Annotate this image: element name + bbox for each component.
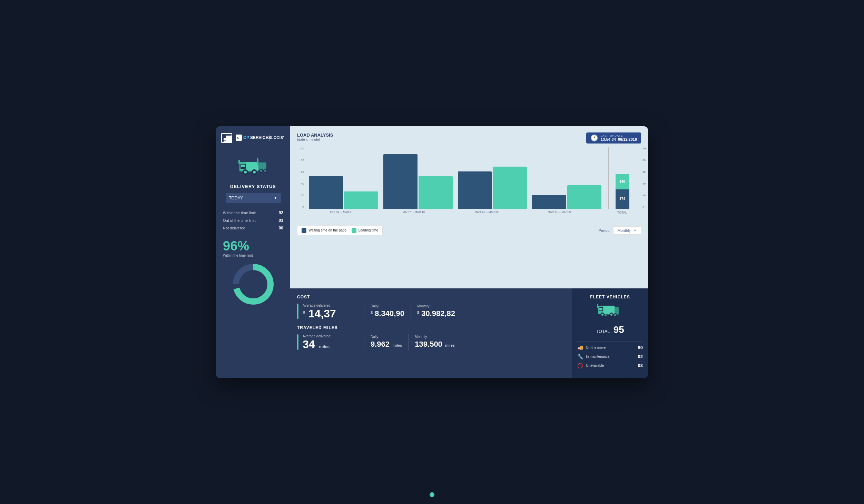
- cost-metric-row: Average delivered: $ 14,37 Daily: $ 8.: [297, 304, 565, 319]
- main-content: LOAD ANALYSIS (date x minute) 🕐 LAST UPD…: [290, 126, 648, 378]
- chart-area: 100 80 60 40 20 0: [297, 147, 641, 223]
- stat-value-within: 92: [279, 210, 283, 215]
- bar-teal-1: [344, 191, 378, 209]
- x-axis-labels: FEB 31 ... MAR 6 MAR 7 ... MAR 13 MAR 14…: [297, 209, 603, 214]
- stat-row-within: Within the time limit 92: [221, 209, 285, 217]
- miles-divider-2: [408, 334, 409, 350]
- stat-label-out: Out of the time limit: [223, 218, 256, 223]
- total-label: TOTAL: [617, 211, 627, 214]
- cost-divider-2: [411, 304, 411, 319]
- stat-label-not-delivered: Not delivered: [223, 226, 245, 230]
- miles-monthly: Monthly: 139.500 miles: [415, 334, 455, 350]
- svg-text:SERVICES: SERVICES: [250, 135, 271, 140]
- x-label-1: FEB 31 ... MAR 6: [307, 210, 375, 214]
- svg-text:r.: r.: [237, 136, 239, 140]
- la-title-group: LOAD ANALYSIS (date x minute): [297, 132, 333, 141]
- legend-label-teal: Loading time: [359, 228, 378, 232]
- la-title: LOAD ANALYSIS: [297, 132, 333, 138]
- miles-monthly-value: 139.500 miles: [415, 340, 455, 349]
- miles-metric-row: Average delivered: 34 miles Daily: 9.962: [297, 334, 565, 350]
- miles-avg-value: 34 miles: [303, 339, 358, 350]
- logo-icon: □: [221, 133, 232, 143]
- bar-group-4: [532, 185, 601, 209]
- miles-title: TRAVELED MILES: [297, 325, 565, 330]
- x-label-4: MAR 21 ... MAR 27: [526, 210, 594, 214]
- ban-icon: 🚫: [577, 363, 583, 368]
- miles-monthly-label: Monthly:: [415, 335, 455, 339]
- cost-divider-1: [364, 304, 364, 319]
- fleet-total-label: TOTAL: [596, 329, 610, 334]
- legend-box-dark: [302, 228, 306, 233]
- total-bar-area: 100 80 60 40 20 0 140: [608, 147, 636, 209]
- svg-point-18: [253, 171, 256, 174]
- fleet-move-label: On the move: [586, 346, 606, 349]
- fleet-move-value: 90: [638, 345, 643, 350]
- bottom-indicator-dot: [430, 492, 434, 497]
- bar-dark-4: [532, 195, 566, 209]
- stat-row-out: Out of the time limit 03: [221, 217, 285, 224]
- sidebar: □ r. OP SERVICES LOGISTICS: [216, 126, 290, 378]
- y-axis-labels: 100 80 60 40 20 0: [297, 147, 304, 209]
- bars-area: [307, 147, 603, 209]
- miles-daily-label: Daily:: [371, 335, 402, 339]
- x-label-3: MAR 14 ... MAR 20: [453, 210, 521, 214]
- la-subtitle: (date x minute): [297, 138, 333, 141]
- stat-label-within: Within the time limit: [223, 211, 256, 215]
- percent-sub: Within the time limit: [221, 254, 285, 257]
- bar-group-3: [458, 167, 527, 209]
- svg-point-24: [264, 170, 266, 172]
- clock-icon: 🕐: [590, 134, 598, 142]
- cost-green-bar: [297, 304, 298, 319]
- svg-text:□: □: [223, 135, 226, 142]
- fleet-stat-move: 🚚 On the move 90: [577, 343, 643, 352]
- miles-avg: Average delivered: 34 miles: [303, 334, 358, 350]
- legend-item-dark: Waiting time on the patio: [302, 228, 346, 233]
- svg-rect-14: [238, 160, 240, 164]
- fleet-total-num: 95: [613, 324, 624, 335]
- period-arrow-icon: ▼: [634, 229, 637, 232]
- svg-text:LOGISTICS: LOGISTICS: [271, 136, 284, 140]
- last-update-text: LAST UPDATE 13:54:34 08/12/2016: [601, 134, 637, 141]
- last-update-time: 13:54:34 08/12/2016: [601, 137, 637, 141]
- miles-daily-value: 9.962 miles: [371, 340, 402, 349]
- bottom-section: COST Average delivered: $ 14,37 Da: [290, 288, 648, 378]
- last-update-badge: 🕐 LAST UPDATE 13:54:34 08/12/2016: [586, 132, 641, 144]
- dropdown-value: TODAY: [229, 196, 243, 200]
- miles-avg-label: Average delivered:: [303, 334, 358, 338]
- cost-monthly: Monthly: $ 30.982,82: [417, 304, 455, 319]
- fleet-title: FLEET VEHICLES: [590, 295, 630, 299]
- bar-teal-4: [567, 185, 601, 209]
- fleet-maintenance-value: 02: [638, 354, 643, 359]
- miles-divider-1: [364, 334, 364, 350]
- legend-label-dark: Waiting time on the patio: [308, 228, 346, 232]
- svg-point-41: [610, 314, 612, 316]
- fleet-total-row: TOTAL 95: [596, 324, 624, 335]
- stat-value-out: 03: [279, 218, 283, 223]
- delivery-status-title: DELIVERY STATUS: [230, 184, 276, 189]
- period-dropdown[interactable]: TODAY ▼: [226, 193, 281, 203]
- svg-rect-37: [599, 308, 602, 310]
- period-dropdown-chart[interactable]: Monthly ▼: [613, 226, 641, 235]
- bar-group-1: [309, 176, 378, 209]
- last-update-label: LAST UPDATE: [601, 134, 637, 137]
- fleet-section: FLEET VEHICLES: [572, 288, 648, 378]
- logo-svg: r. OP SERVICES LOGISTICS: [236, 133, 284, 143]
- cost-avg: Average delivered: $ 14,37: [303, 304, 358, 319]
- bar-dark-1: [309, 176, 343, 209]
- total-bar-dark: 174: [616, 189, 629, 209]
- bar-group-2: [383, 154, 453, 209]
- cost-avg-value: $ 14,37: [303, 308, 358, 319]
- cost-title: COST: [297, 295, 565, 299]
- load-analysis-section: LOAD ANALYSIS (date x minute) 🕐 LAST UPD…: [290, 126, 648, 288]
- total-y-axis: 100 80 60 40 20 0: [642, 147, 647, 209]
- cost-avg-label: Average delivered:: [303, 304, 358, 307]
- stat-row-not-delivered: Not delivered 00: [221, 224, 285, 232]
- donut-chart: [231, 262, 276, 307]
- bar-chart: 100 80 60 40 20 0: [297, 147, 603, 223]
- percent-big: 96%: [221, 239, 285, 254]
- fleet-trucks-icon: [596, 303, 624, 322]
- svg-point-39: [601, 314, 603, 316]
- svg-point-16: [244, 171, 247, 174]
- fleet-stat-maintenance-left: 🔧 In maintenance: [577, 354, 609, 359]
- legend-box-teal: [352, 228, 356, 233]
